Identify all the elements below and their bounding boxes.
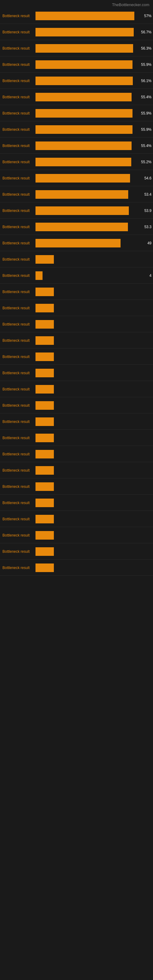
bar-track: 55.4%: [35, 93, 138, 101]
bar-row-6: Bottleneck result 55.9%: [0, 108, 153, 119]
bar-row-22: Bottleneck result: [0, 367, 153, 379]
bar-label: Bottleneck result: [1, 436, 35, 440]
bar-fill: [35, 223, 128, 231]
bar-row-5: Bottleneck result 55.4%: [0, 91, 153, 103]
bar-value: 56.7%: [141, 30, 151, 34]
bar-row-12: Bottleneck result 53.9: [0, 205, 153, 216]
list-item: Bottleneck result: [0, 528, 153, 543]
bar-row-10: Bottleneck result 54.6: [0, 172, 153, 184]
list-item: Bottleneck result: [0, 252, 153, 267]
bar-value: 56.1%: [141, 79, 151, 83]
bar-label: Bottleneck result: [1, 468, 35, 473]
bar-fill: [35, 60, 132, 69]
bar-row-26: Bottleneck result: [0, 432, 153, 444]
bar-row-19: Bottleneck result: [0, 318, 153, 330]
bar-label: Bottleneck result: [1, 420, 35, 424]
bar-track: [35, 466, 138, 475]
bar-label: Bottleneck result: [1, 517, 35, 521]
bar-label: Bottleneck result: [1, 192, 35, 197]
bar-track: 53.4: [35, 190, 138, 199]
list-item: Bottleneck result 56.1%: [0, 73, 153, 89]
bar-label: Bottleneck result: [1, 208, 35, 213]
bar-fill: [35, 547, 54, 556]
bar-row-30: Bottleneck result: [0, 497, 153, 509]
bar-track: [35, 255, 138, 264]
bar-track: 55.2%: [35, 158, 138, 166]
bar-label: Bottleneck result: [1, 339, 35, 343]
bar-row-21: Bottleneck result: [0, 351, 153, 363]
bar-fill: [35, 417, 54, 426]
bar-track: 55.9%: [35, 125, 138, 134]
list-item: Bottleneck result 56.7%: [0, 24, 153, 40]
bar-label: Bottleneck result: [1, 403, 35, 407]
list-item: Bottleneck result: [0, 544, 153, 560]
bar-value: 53.3: [144, 225, 151, 229]
bar-fill: [35, 499, 54, 507]
bar-row-1: Bottleneck result 56.7%: [0, 26, 153, 38]
bar-fill: [35, 125, 132, 134]
bar-track: [35, 563, 138, 572]
list-item: Bottleneck result 53.3: [0, 219, 153, 235]
bar-track: [35, 353, 138, 361]
bar-value: 55.2%: [141, 160, 151, 164]
site-title: TheBottlenecker.com: [112, 2, 149, 7]
bar-track: [35, 288, 138, 296]
bar-row-32: Bottleneck result: [0, 530, 153, 541]
bar-fill: [35, 353, 54, 361]
bar-label: Bottleneck result: [1, 111, 35, 115]
list-item: Bottleneck result 57%: [0, 8, 153, 24]
bar-fill: [35, 336, 54, 345]
bar-fill: [35, 190, 128, 199]
bar-value: 55.9%: [141, 111, 151, 115]
bar-value: 53.9: [144, 208, 151, 213]
bar-track: [35, 369, 138, 377]
bar-track: [35, 450, 138, 458]
bar-fill: [35, 531, 54, 539]
list-item: Bottleneck result: [0, 398, 153, 414]
bar-track: [35, 499, 138, 507]
list-item: Bottleneck result 55.2%: [0, 154, 153, 170]
bar-row-27: Bottleneck result: [0, 449, 153, 460]
bar-track: 53.3: [35, 223, 138, 231]
bar-row-2: Bottleneck result 56.3%: [0, 43, 153, 54]
bar-row-33: Bottleneck result: [0, 546, 153, 557]
bar-track: 56.3%: [35, 44, 138, 52]
list-item: Bottleneck result: [0, 447, 153, 462]
bar-fill: [35, 515, 54, 523]
list-item: Bottleneck result 56.3%: [0, 41, 153, 56]
bar-label: Bottleneck result: [1, 274, 35, 278]
bar-fill: [35, 93, 132, 101]
bar-track: [35, 547, 138, 556]
bar-fill: [35, 434, 54, 442]
bar-row-4: Bottleneck result 56.1%: [0, 75, 153, 87]
bar-row-31: Bottleneck result: [0, 513, 153, 525]
bar-label: Bottleneck result: [1, 306, 35, 310]
bar-label: Bottleneck result: [1, 322, 35, 326]
bar-label: Bottleneck result: [1, 501, 35, 505]
list-item: Bottleneck result 54.6: [0, 170, 153, 186]
list-item: Bottleneck result: [0, 495, 153, 511]
bar-row-11: Bottleneck result 53.4: [0, 189, 153, 200]
bar-track: 55.9%: [35, 60, 138, 69]
bar-label: Bottleneck result: [1, 241, 35, 245]
bar-value: 4: [149, 274, 151, 278]
bar-row-15: Bottleneck result: [0, 254, 153, 265]
bar-row-7: Bottleneck result 55.9%: [0, 124, 153, 135]
bar-label: Bottleneck result: [1, 127, 35, 132]
bar-label: Bottleneck result: [1, 30, 35, 34]
list-item: Bottleneck result 55.9%: [0, 122, 153, 137]
bar-label: Bottleneck result: [1, 566, 35, 570]
bar-fill: [35, 482, 54, 491]
bar-fill: [35, 369, 54, 377]
bar-row-25: Bottleneck result: [0, 416, 153, 428]
bar-value: 54.6: [144, 176, 151, 180]
list-item: Bottleneck result: [0, 301, 153, 316]
bar-fill: [35, 28, 134, 37]
bar-fill: [35, 466, 54, 475]
bar-label: Bottleneck result: [1, 355, 35, 359]
bar-track: 54.6: [35, 174, 138, 183]
bar-fill: [35, 288, 54, 296]
bar-fill: [35, 142, 132, 150]
list-item: Bottleneck result 53.4: [0, 187, 153, 202]
bar-value: 55.4%: [141, 95, 151, 99]
